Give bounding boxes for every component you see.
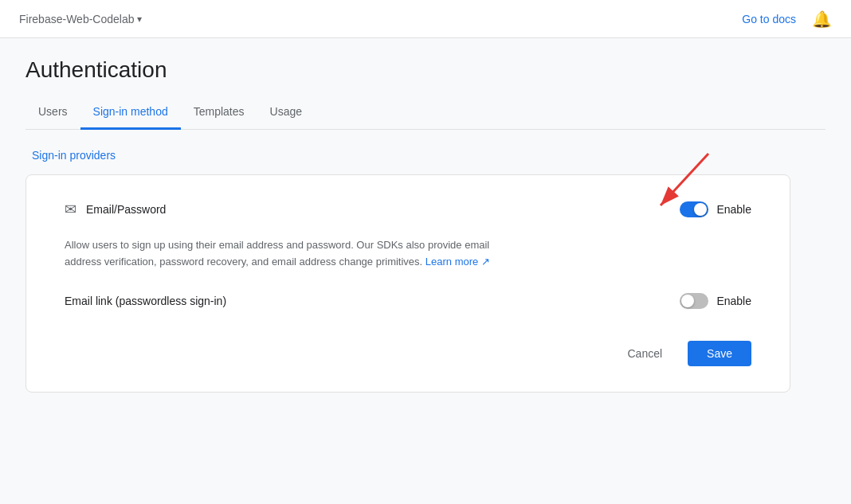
topbar-right: Go to docs 🔔 <box>742 10 832 29</box>
cancel-button[interactable]: Cancel <box>611 341 678 366</box>
learn-more-link[interactable]: Learn more ↗ <box>426 256 490 268</box>
topbar: Firebase-Web-Codelab ▾ Go to docs 🔔 <box>0 0 851 38</box>
email-password-enable-label: Enable <box>716 203 751 216</box>
go-to-docs-link[interactable]: Go to docs <box>742 13 796 25</box>
email-link-label: Email link (passwordless sign-in) <box>65 295 226 307</box>
email-password-left: ✉ Email/Password <box>65 201 166 218</box>
email-link-right: Enable <box>680 293 751 309</box>
tab-templates[interactable]: Templates <box>181 96 257 130</box>
learn-more-label: Learn more <box>426 256 478 268</box>
email-link-toggle[interactable] <box>680 293 708 309</box>
email-link-enable-label: Enable <box>716 295 751 307</box>
email-password-toggle[interactable] <box>680 201 708 217</box>
tabs: Users Sign-in method Templates Usage <box>25 96 826 130</box>
action-buttons: Cancel Save <box>65 334 751 366</box>
external-link-icon: ↗ <box>481 256 490 268</box>
sign-in-providers-title: Sign-in providers <box>25 149 826 162</box>
email-password-row: ✉ Email/Password <box>65 201 751 218</box>
save-button[interactable]: Save <box>688 341 751 366</box>
project-dropdown-icon: ▾ <box>137 14 142 25</box>
tab-usage[interactable]: Usage <box>257 96 315 130</box>
tab-sign-in-method[interactable]: Sign-in method <box>80 96 181 130</box>
email-password-description: Allow users to sign up using their email… <box>65 237 527 271</box>
email-password-right: Enable <box>680 201 751 217</box>
email-link-toggle-track <box>680 293 708 309</box>
email-link-row: Email link (passwordless sign-in) Enable <box>65 293 751 309</box>
email-password-label: Email/Password <box>86 203 166 216</box>
notifications-icon[interactable]: 🔔 <box>812 10 832 29</box>
email-password-toggle-thumb <box>694 203 707 216</box>
email-icon: ✉ <box>65 201 76 218</box>
page-title: Authentication <box>25 57 826 83</box>
project-name: Firebase-Web-Codelab <box>19 13 134 25</box>
email-link-toggle-thumb <box>681 295 694 307</box>
main-content: Authentication Users Sign-in method Temp… <box>0 38 851 412</box>
tab-users[interactable]: Users <box>25 96 80 130</box>
project-selector[interactable]: Firebase-Web-Codelab ▾ <box>19 13 142 25</box>
arrow-container <box>680 201 708 217</box>
email-password-toggle-track <box>680 201 708 217</box>
providers-card: ✉ Email/Password <box>25 174 790 393</box>
